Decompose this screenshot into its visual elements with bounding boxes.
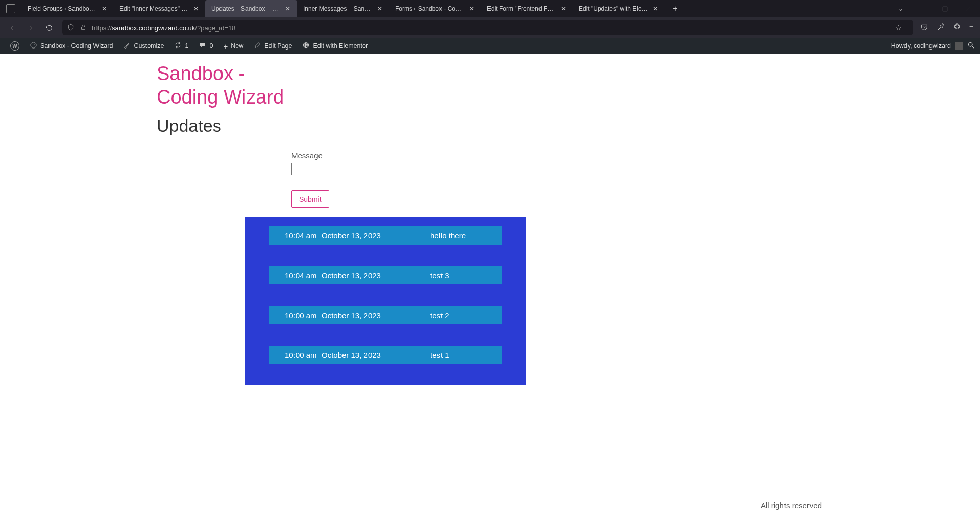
wp-comments[interactable]: 0 — [193, 38, 218, 54]
new-tab-button[interactable]: + — [668, 0, 683, 17]
page-title: Updates — [157, 116, 616, 136]
message-date: October 13, 2023 — [322, 271, 408, 280]
sidebar-toggle-icon — [6, 4, 15, 13]
url-bar[interactable]: https://sandbox.codingwizard.co.uk/?page… — [62, 20, 913, 35]
tab-close-icon[interactable]: ✕ — [100, 5, 108, 13]
pocket-icon[interactable] — [920, 23, 928, 33]
message-row: 10:04 amOctober 13, 2023test 3 — [270, 266, 502, 284]
extensions-icon[interactable] — [953, 23, 961, 33]
page-viewport: Sandbox - Coding Wizard Updates Message … — [0, 54, 980, 527]
tab-close-icon[interactable]: ✕ — [468, 5, 476, 13]
site-title[interactable]: Sandbox - Coding Wizard — [157, 62, 289, 109]
plus-icon: + — [223, 42, 228, 51]
wp-site-name[interactable]: Sandbox - Coding Wizard — [24, 38, 118, 54]
tab-close-icon[interactable]: ✕ — [559, 5, 568, 13]
message-form: Message Submit — [291, 151, 480, 208]
message-text: test 1 — [430, 351, 486, 360]
footer-text: All rights reserved — [761, 501, 822, 510]
tab-title: Field Groups ‹ Sandbox - Coding Wi — [28, 5, 97, 12]
dashboard-icon — [30, 41, 37, 51]
tab-title: Inner Messages – Sandbox – Codin — [303, 5, 373, 12]
tab-close-icon[interactable]: ✕ — [651, 5, 659, 13]
tabs-dropdown-button[interactable]: ⌄ — [892, 5, 910, 12]
bookmark-star-icon[interactable]: ☆ — [895, 23, 902, 32]
message-input[interactable] — [291, 163, 479, 175]
svg-rect-0 — [943, 7, 947, 11]
message-text: hello there — [430, 231, 486, 240]
brush-icon — [123, 41, 131, 51]
tab-title: Edit "Updates" with Elementor — [579, 5, 648, 12]
window-maximize-button[interactable] — [933, 0, 957, 17]
wp-edit-page[interactable]: Edit Page — [249, 38, 297, 54]
wp-updates[interactable]: 1 — [169, 38, 193, 54]
browser-tab[interactable]: Forms ‹ Sandbox - Coding Wizard -✕ — [389, 0, 481, 17]
message-date: October 13, 2023 — [322, 311, 408, 320]
wp-logo-menu[interactable]: W — [5, 38, 24, 54]
message-date: October 13, 2023 — [322, 231, 408, 240]
message-time: 10:04 am — [285, 271, 322, 280]
svg-rect-5 — [306, 43, 308, 44]
tab-search-button[interactable] — [0, 0, 21, 17]
messages-list: 10:04 amOctober 13, 2023hello there10:04… — [245, 217, 526, 385]
browser-tab[interactable]: Inner Messages – Sandbox – Codin✕ — [297, 0, 389, 17]
browser-tab[interactable]: Edit "Inner Messages" with Element✕ — [113, 0, 205, 17]
svg-point-8 — [969, 43, 973, 47]
avatar[interactable] — [955, 42, 963, 50]
message-text: test 3 — [430, 271, 486, 280]
tab-title: Updates – Sandbox – Coding Wizard — [211, 5, 281, 12]
message-row: 10:00 amOctober 13, 2023test 2 — [270, 306, 502, 324]
window-close-button[interactable] — [957, 0, 980, 17]
tab-close-icon[interactable]: ✕ — [376, 5, 384, 13]
wp-howdy[interactable]: Howdy, codingwizard — [891, 42, 951, 50]
message-time: 10:04 am — [285, 231, 322, 240]
wordpress-logo-icon: W — [10, 41, 19, 51]
comment-icon — [199, 41, 206, 51]
tab-close-icon[interactable]: ✕ — [284, 5, 292, 13]
browser-toolbar: https://sandbox.codingwizard.co.uk/?page… — [0, 17, 980, 38]
nav-back-button[interactable] — [4, 19, 20, 36]
window-minimize-button[interactable] — [910, 0, 933, 17]
wp-new[interactable]: + New — [218, 38, 249, 54]
shield-icon — [67, 23, 75, 32]
nav-reload-button[interactable] — [41, 19, 57, 36]
browser-tab[interactable]: Edit "Updates" with Elementor✕ — [573, 0, 665, 17]
svg-rect-7 — [306, 46, 308, 47]
message-field-label: Message — [291, 151, 480, 160]
lock-icon — [80, 23, 87, 32]
wp-admin-bar: W Sandbox - Coding Wizard Customize 1 0 … — [0, 38, 980, 54]
browser-tab[interactable]: Edit Form "Frontend Form" ‹ Sandb✕ — [481, 0, 573, 17]
message-row: 10:04 amOctober 13, 2023hello there — [270, 226, 502, 245]
app-menu-icon[interactable]: ≡ — [969, 23, 973, 32]
wp-customize[interactable]: Customize — [118, 38, 169, 54]
tab-title: Forms ‹ Sandbox - Coding Wizard - — [395, 5, 464, 12]
wp-search-button[interactable] — [967, 41, 975, 51]
message-time: 10:00 am — [285, 351, 322, 360]
message-text: test 2 — [430, 311, 486, 320]
submit-button[interactable]: Submit — [291, 190, 329, 208]
tab-title: Edit Form "Frontend Form" ‹ Sandb — [487, 5, 556, 12]
update-icon — [174, 41, 182, 51]
tab-title: Edit "Inner Messages" with Element — [119, 5, 189, 12]
message-row: 10:00 amOctober 13, 2023test 1 — [270, 346, 502, 364]
wrench-icon[interactable] — [937, 23, 945, 33]
url-text: https://sandbox.codingwizard.co.uk/?page… — [92, 24, 236, 32]
elementor-icon — [302, 41, 310, 51]
svg-rect-4 — [305, 43, 306, 46]
wp-edit-elementor[interactable]: Edit with Elementor — [297, 38, 373, 54]
pencil-icon — [254, 41, 261, 51]
message-time: 10:00 am — [285, 311, 322, 320]
nav-forward-button — [22, 19, 39, 36]
svg-rect-6 — [306, 45, 308, 46]
message-date: October 13, 2023 — [322, 351, 408, 360]
browser-tab[interactable]: Field Groups ‹ Sandbox - Coding Wi✕ — [21, 0, 113, 17]
browser-titlebar: Field Groups ‹ Sandbox - Coding Wi✕Edit … — [0, 0, 980, 17]
tab-close-icon[interactable]: ✕ — [192, 5, 200, 13]
svg-rect-1 — [82, 27, 85, 29]
browser-tab[interactable]: Updates – Sandbox – Coding Wizard✕ — [205, 0, 297, 17]
